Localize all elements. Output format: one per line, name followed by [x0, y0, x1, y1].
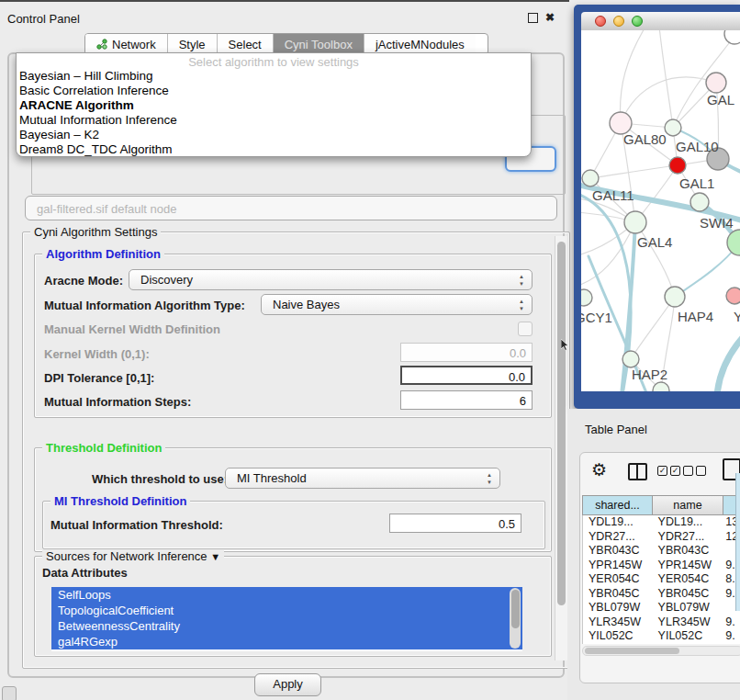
network-node[interactable]	[690, 193, 709, 211]
network-selection-combo[interactable]: gal-filtered.sif default node	[25, 196, 557, 220]
tab-network[interactable]: Network	[85, 34, 168, 54]
aracne-mode-combo[interactable]: Discovery ▲▼	[129, 269, 533, 290]
network-node-label: GAL	[707, 92, 734, 107]
gear-icon[interactable]: ⚙	[591, 459, 607, 480]
table-row[interactable]: YPR145WYPR145W9.	[583, 559, 740, 573]
sources-title[interactable]: Sources for Network Inference ▼	[42, 549, 224, 563]
hide-columns-icon[interactable]	[683, 466, 706, 476]
table-row[interactable]: YDR27...YDR27...12	[583, 530, 740, 545]
network-node[interactable]	[669, 157, 686, 174]
data-attribute-item[interactable]: TopologicalCoefficient	[51, 603, 522, 618]
network-node-label: GAL1	[679, 175, 714, 191]
kernel-width-field[interactable]: 0.0	[400, 343, 533, 362]
network-node-label: GCY1	[581, 310, 612, 325]
table-row[interactable]: YLR345WYLR345W9.	[583, 615, 740, 630]
algorithm-option[interactable]: Bayesian – Hill Climbing	[17, 69, 531, 84]
table-cell: YBL079W	[583, 601, 654, 615]
table-cell: YDR27...	[583, 530, 654, 545]
manual-kernel-label: Manual Kernel Width Definition	[44, 322, 220, 336]
algorithm-option[interactable]: Mutual Information Inference	[17, 113, 531, 128]
network-node[interactable]	[706, 73, 726, 93]
network-edge[interactable]	[590, 165, 678, 178]
network-node[interactable]	[665, 119, 681, 136]
network-node[interactable]	[582, 170, 599, 186]
table-cell: YBR043C	[654, 544, 724, 559]
close-icon[interactable]: ✖	[544, 12, 555, 23]
network-node-label: HAP2	[632, 367, 667, 382]
network-node[interactable]	[665, 287, 685, 307]
network-node[interactable]	[653, 382, 669, 391]
algorithm-option[interactable]: Dream8 DC_TDC Algorithm	[17, 142, 531, 157]
network-window: GALGAL80GAL10GAL1GAL11SWI4GAL4GCY1HAP4YH…	[574, 5, 740, 409]
minimize-traffic-light[interactable]	[613, 16, 624, 27]
float-window-icon[interactable]	[528, 13, 538, 23]
network-node[interactable]	[581, 289, 592, 306]
show-columns-icon[interactable]: ✓✓	[657, 466, 680, 476]
table-row[interactable]: YBR045CYBR045C9.	[583, 587, 740, 602]
network-edge[interactable]	[620, 30, 645, 123]
apply-button[interactable]: Apply	[254, 673, 321, 696]
network-window-titlebar[interactable]	[581, 12, 740, 31]
mi-algorithm-type-combo[interactable]: Naive Bayes ▲▼	[261, 294, 533, 315]
mi-steps-label: Mutual Information Steps:	[44, 395, 191, 409]
table-cell: 9.	[723, 629, 740, 644]
table-cell: YIL052C	[654, 629, 724, 644]
data-attributes-label: Data Attributes	[42, 566, 128, 580]
column-header-shared-name[interactable]: shared...	[582, 495, 653, 515]
mi-threshold-field[interactable]: 0.5	[389, 514, 521, 533]
table-row[interactable]: YDL19...YDL19...13	[583, 515, 740, 530]
table-row[interactable]: YBL079WYBL079W	[583, 601, 740, 615]
network-edge[interactable]	[631, 297, 675, 359]
dpi-tolerance-label: DPI Tolerance [0,1]:	[44, 371, 154, 385]
control-panel-titlebar: Control Panel	[0, 2, 567, 28]
mi-steps-field[interactable]: 6	[400, 390, 533, 410]
tab-style[interactable]: Style	[168, 34, 218, 54]
table-row[interactable]: YIL052CYIL052C9.	[583, 629, 740, 644]
popup-placeholder: Select algorithm to view settings	[17, 55, 531, 69]
expander-down-arrow-icon: ▼	[210, 551, 220, 562]
algorithm-option[interactable]: ARACNE Algorithm	[17, 98, 531, 113]
columns-icon[interactable]	[628, 463, 647, 480]
data-attribute-item[interactable]: BetweennessCentrality	[51, 618, 522, 634]
network-node[interactable]	[726, 288, 740, 304]
node-table: shared... name A YDL19...YDL19...13YDR27…	[582, 495, 740, 644]
taskbar-mini-icon[interactable]	[2, 686, 17, 700]
table-row[interactable]: YER054CYER054C8.	[583, 572, 740, 587]
close-traffic-light[interactable]	[595, 16, 606, 27]
network-node[interactable]	[727, 230, 740, 255]
tab-cyni-toolbox[interactable]: Cyni Toolbox	[274, 34, 364, 54]
zoom-traffic-light[interactable]	[632, 16, 643, 27]
network-node[interactable]	[724, 30, 740, 44]
network-node[interactable]	[624, 211, 646, 233]
aracne-mode-label: Aracne Mode:	[44, 274, 123, 288]
stepper-arrows-icon: ▲▼	[487, 471, 492, 486]
mi-threshold-label: Mutual Information Threshold:	[50, 518, 223, 532]
data-attribute-item[interactable]: gal4RGexp	[51, 634, 522, 649]
table-panel: ⚙ ✓✓ shared... name A YDL19...YDL19...13…	[579, 452, 740, 683]
data-attributes-list[interactable]: SelfLoopsTopologicalCoefficientBetweenne…	[51, 587, 522, 651]
network-canvas[interactable]: GALGAL80GAL10GAL1GAL11SWI4GAL4GCY1HAP4YH…	[581, 30, 740, 391]
network-edge[interactable]	[621, 77, 716, 123]
tab-select[interactable]: Select	[218, 34, 274, 54]
table-row[interactable]: YBR043CYBR043C	[583, 544, 740, 559]
table-cell: YDL19...	[583, 515, 654, 530]
column-header-name[interactable]: name	[653, 495, 723, 515]
settings-vertical-scrollbar[interactable]	[555, 236, 567, 660]
dpi-tolerance-field[interactable]: 0.0	[400, 366, 533, 385]
network-node[interactable]	[622, 351, 639, 367]
list-scrollbar[interactable]	[510, 588, 521, 649]
network-edge[interactable]	[717, 335, 740, 391]
stepper-arrows-icon: ▲▼	[519, 298, 524, 312]
algorithm-option[interactable]: Bayesian – K2	[17, 128, 531, 142]
cyni-settings-title: Cyni Algorithm Settings	[30, 225, 161, 239]
algorithm-option[interactable]: Basic Correlation Inference	[17, 84, 531, 98]
cyni-algorithm-settings-group: Cyni Algorithm Settings Algorithm Defini…	[22, 231, 570, 669]
table-horizontal-scrollbar[interactable]	[582, 646, 740, 656]
table-cell: YER054C	[654, 572, 724, 587]
data-attribute-item[interactable]: SelfLoops	[51, 587, 522, 603]
table-rows: YDL19...YDL19...13YDR27...YDR27...12YBR0…	[582, 515, 740, 644]
manual-kernel-checkbox[interactable]	[518, 322, 533, 336]
which-threshold-combo[interactable]: MI Threshold ▲▼	[225, 468, 500, 489]
tab-jactivemnodules[interactable]: jActiveMNodules	[364, 34, 476, 54]
table-vertical-scrollbar[interactable]	[735, 473, 740, 611]
